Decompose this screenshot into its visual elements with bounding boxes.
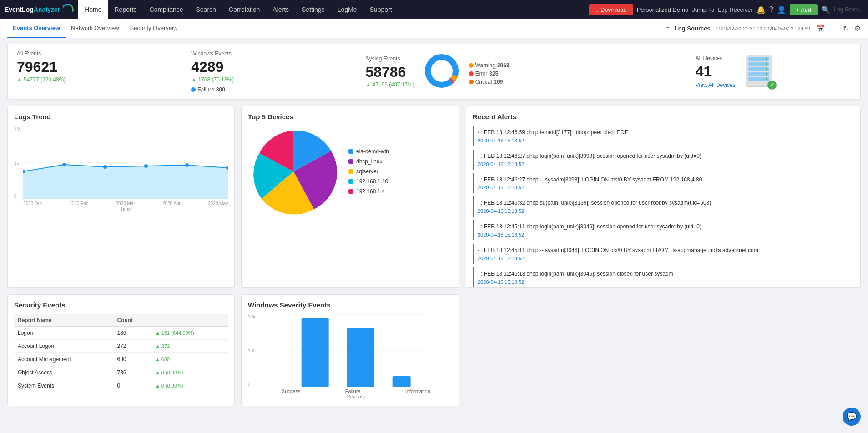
jump-to-link[interactable]: Jump To [692, 6, 714, 13]
search-icon[interactable]: 🔍 [821, 5, 830, 14]
alert-text-3: - : FEB 18 12:46:27 dhcp -- sysadm[3098]… [478, 176, 850, 184]
alert-text-1: - : FEB 18 12:46:59 dhcp telnetd[3177]: … [478, 129, 850, 136]
logo-arc-icon [60, 2, 75, 17]
all-devices-block: All Devices 41 View All Devices [686, 44, 860, 99]
severity-y-axis: 10k 100 0 [248, 314, 257, 387]
log-sources-icon: ≡ [666, 25, 669, 32]
pie-legend: ela-demo-win dhcp_linux sqlserver 192.16… [348, 148, 389, 195]
bar-label-failure: Failure [345, 388, 361, 394]
svg-point-11 [766, 63, 767, 65]
svg-rect-27 [301, 318, 328, 387]
alert-time-1: 2020-04-16 15:18:52 [478, 138, 850, 143]
nav-alerts[interactable]: Alerts [266, 0, 295, 19]
table-row: Account Logon 272 ▲ 272 [14, 340, 228, 353]
y-label-0: 0 [14, 194, 20, 199]
nav-right-actions: ↓ Download Personalized Demo Jump To Log… [589, 4, 863, 15]
date-range-label: 2019-12-31 21:30:01 2020-05-07 21:29:59 [716, 26, 810, 31]
row-object-access-count: 736 [114, 366, 151, 379]
logs-trend-title: Logs Trend [14, 113, 228, 121]
nav-compliance[interactable]: Compliance [143, 0, 190, 19]
tab-network-overview[interactable]: Network Overview [66, 19, 124, 38]
dhcp-linux-label: dhcp_linux [356, 158, 382, 165]
nav-support[interactable]: Support [363, 0, 399, 19]
expand-icon[interactable]: ⛶ [830, 25, 838, 33]
windows-events-block: Windows Events 4289 ▲ 1768 (70.13%) Fail… [182, 44, 356, 99]
legend-192-168-1-10: 192.168.1.10 [348, 178, 389, 185]
nav-home[interactable]: Home [78, 0, 108, 19]
tab-security-overview[interactable]: Security Overview [125, 19, 183, 38]
row-account-logon-name: Account Logon [14, 340, 114, 353]
bell-icon[interactable]: 🔔 [757, 5, 766, 14]
personalized-demo-link[interactable]: Personalized Demo [637, 6, 688, 13]
add-button[interactable]: + Add [790, 4, 818, 15]
table-row: Logon 186 ▲ 161 (644.00%) [14, 327, 228, 340]
download-button[interactable]: ↓ Download [589, 4, 633, 15]
x-axis: 2020 Jan 2020 Feb 2020 Mar 2020 Apr 2020… [23, 200, 228, 206]
log-receiver-link[interactable]: Log Receiver [718, 6, 753, 13]
content-row-1: Logs Trend 1M 1k 0 [7, 106, 861, 288]
syslog-value: 58786 [365, 64, 414, 81]
severity-x-labels: Success Failure Information [259, 388, 453, 394]
nav-reports[interactable]: Reports [108, 0, 143, 19]
secondary-nav: Events Overview Network Overview Securit… [0, 19, 868, 38]
alert-time-7: 2020-04-16 15:18:52 [478, 279, 850, 285]
log-search-input[interactable]: Log Searc... [834, 6, 863, 13]
severity-chart-container: 10k 100 0 [248, 314, 453, 399]
calendar-icon[interactable]: 📅 [816, 24, 825, 33]
view-all-devices-link[interactable]: View All Devices [696, 82, 736, 88]
top5-devices-title: Top 5 Devices [248, 113, 453, 121]
x-label-jan: 2020 Jan [23, 201, 42, 206]
pie-container: ela-demo-win dhcp_linux sqlserver 192.16… [248, 126, 453, 217]
main-nav: Home Reports Compliance Search Correlati… [78, 0, 589, 19]
severity-bars: Success Failure Information Severity [259, 314, 453, 399]
gear-icon[interactable]: ⚙ [854, 24, 861, 33]
log-sources-label[interactable]: Log Sources [675, 25, 711, 32]
nav-logme[interactable]: LogMe [331, 0, 363, 19]
user-icon[interactable]: 👤 [777, 5, 786, 14]
error-label: Error [475, 70, 488, 77]
all-devices-label: All Devices [696, 55, 736, 61]
windows-events-change: ▲ 1768 (70.13%) [191, 76, 347, 83]
nav-correlation[interactable]: Correlation [222, 0, 266, 19]
syslog-donut [424, 53, 460, 91]
recent-alerts-title: Recent Alerts [473, 113, 854, 121]
alert-time-6: 2020-04-16 15:18:52 [478, 256, 850, 261]
alert-text-7: - : FEB 18 12:45:13 dhcp login(pam_unix)… [478, 270, 850, 278]
all-events-label: All Events [17, 50, 172, 57]
pie-chart [248, 126, 339, 217]
app-logo: EventLog Analyzer [5, 4, 74, 15]
sqlserver-label: sqlserver [356, 168, 378, 175]
x-axis-label: Time [23, 206, 228, 211]
row-account-logon-count: 272 [114, 340, 151, 353]
table-row: System Events 0 ▲ 0 (0.00%) [14, 379, 228, 393]
logs-trend-panel: Logs Trend 1M 1k 0 [7, 106, 235, 288]
col-report-name: Report Name [14, 314, 114, 327]
security-events-panel: Security Events Report Name Count Logon … [7, 294, 235, 406]
svg-point-19 [62, 163, 66, 166]
failure-dot [191, 87, 196, 92]
svg-point-12 [766, 68, 767, 70]
logo-text: EventLog [5, 6, 34, 13]
help-icon[interactable]: ? [769, 5, 773, 14]
syslog-label: Syslog Events [365, 55, 414, 62]
warning-label: Warning [475, 62, 495, 69]
nav-search[interactable]: Search [189, 0, 222, 19]
alert-item-7: - : FEB 18 12:45:13 dhcp login(pam_unix)… [473, 267, 854, 287]
critical-dot [469, 80, 474, 84]
nav-settings[interactable]: Settings [295, 0, 331, 19]
y-label-10k: 10k [248, 314, 256, 319]
tab-events-overview[interactable]: Events Overview [7, 19, 66, 38]
x-label-mar: 2020 Mar [116, 201, 135, 206]
windows-events-sub: Failure 800 [191, 86, 347, 93]
alert-item-1: - : FEB 18 12:46:59 dhcp telnetd[3177]: … [473, 126, 854, 146]
alert-text-6: - : FEB 18 12:45:11 dhcp -- sysadm[3046]… [478, 247, 850, 254]
refresh-icon[interactable]: ↻ [843, 24, 849, 33]
recent-alerts-panel: Recent Alerts - : FEB 18 12:46:59 dhcp t… [466, 106, 861, 288]
y-axis-labels: 1M 1k 0 [14, 126, 23, 199]
content-row-2: Security Events Report Name Count Logon … [7, 294, 861, 406]
severity-x-axis-label: Severity [259, 394, 453, 399]
windows-events-value: 4289 [191, 59, 347, 76]
row-system-events-name: System Events [14, 379, 114, 393]
alert-time-2: 2020-04-16 15:18:52 [478, 161, 850, 167]
stats-row: All Events 79621 ▲ 54777 (220.48%) Windo… [7, 44, 861, 100]
